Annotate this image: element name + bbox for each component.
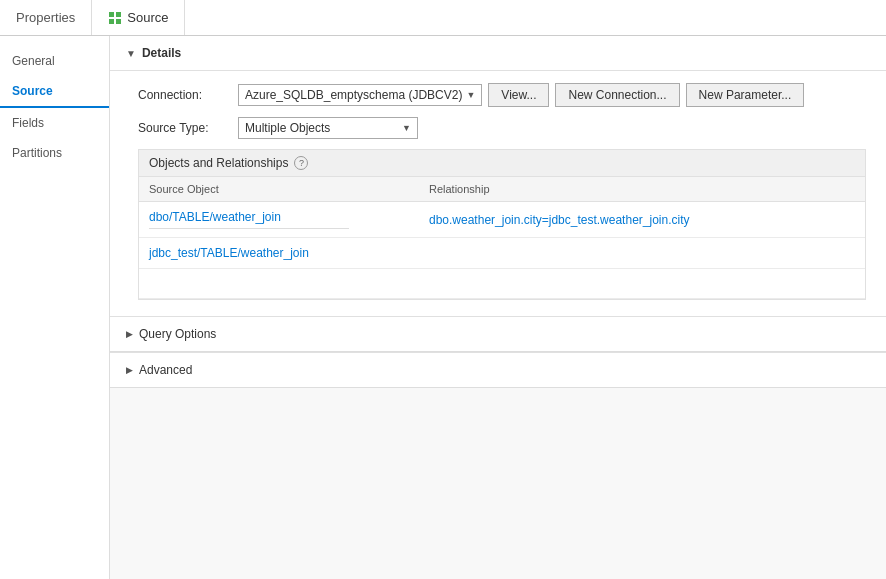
details-title: Details	[142, 46, 181, 60]
sidebar: General Source Fields Partitions	[0, 36, 110, 579]
source-type-row: Source Type: Multiple Objects ▼	[138, 117, 866, 139]
advanced-section: ▶ Advanced	[110, 352, 886, 388]
row-underline-1	[149, 228, 349, 229]
main-layout: General Source Fields Partitions Details…	[0, 36, 886, 579]
details-arrow	[126, 48, 136, 59]
properties-label: Properties	[16, 10, 75, 25]
advanced-title: Advanced	[139, 363, 192, 377]
tab-properties[interactable]: Properties	[0, 0, 92, 35]
svg-rect-3	[116, 19, 121, 24]
connection-dropdown-arrow: ▼	[466, 90, 475, 100]
table-row: jdbc_test/TABLE/weather_join	[139, 238, 865, 269]
details-section: Details Connection: Azure_SQLDB_emptysch…	[110, 36, 886, 316]
details-section-body: Connection: Azure_SQLDB_emptyschema (JDB…	[110, 71, 886, 316]
connection-row: Connection: Azure_SQLDB_emptyschema (JDB…	[138, 83, 866, 107]
source-object-cell-2: jdbc_test/TABLE/weather_join	[149, 246, 429, 260]
source-type-label: Source Type:	[138, 121, 238, 135]
sidebar-item-partitions[interactable]: Partitions	[0, 138, 109, 168]
tab-bar: Properties Source	[0, 0, 886, 36]
connection-controls: Azure_SQLDB_emptyschema (JDBCV2) ▼ View.…	[238, 83, 804, 107]
col-source-header: Source Object	[149, 183, 429, 195]
source-object-cell-1: dbo/TABLE/weather_join	[149, 210, 429, 229]
objects-table: Source Object Relationship dbo/TABLE/wea…	[139, 177, 865, 299]
query-options-section: ▶ Query Options	[110, 316, 886, 352]
source-type-dropdown-arrow: ▼	[402, 123, 411, 133]
advanced-section-header[interactable]: ▶ Advanced	[110, 353, 886, 387]
view-button[interactable]: View...	[488, 83, 549, 107]
objects-relationships-panel: Objects and Relationships ? Source Objec…	[138, 149, 866, 300]
source-icon	[108, 11, 122, 25]
new-connection-button[interactable]: New Connection...	[555, 83, 679, 107]
source-label: Source	[127, 10, 168, 25]
table-row: dbo/TABLE/weather_join dbo.weather_join.…	[139, 202, 865, 238]
source-object-link-1[interactable]: dbo/TABLE/weather_join	[149, 210, 281, 224]
objects-table-header: Source Object Relationship	[139, 177, 865, 202]
connection-value: Azure_SQLDB_emptyschema (JDBCV2)	[245, 88, 462, 102]
relationship-cell-1: dbo.weather_join.city=jdbc_test.weather_…	[429, 213, 855, 227]
svg-rect-0	[109, 12, 114, 17]
connection-select[interactable]: Azure_SQLDB_emptyschema (JDBCV2) ▼	[238, 84, 482, 106]
advanced-divider	[110, 387, 886, 388]
details-section-header[interactable]: Details	[110, 36, 886, 71]
help-icon[interactable]: ?	[294, 156, 308, 170]
query-options-header[interactable]: ▶ Query Options	[110, 317, 886, 351]
source-object-link-2[interactable]: jdbc_test/TABLE/weather_join	[149, 246, 309, 260]
empty-row	[139, 269, 865, 299]
tab-source[interactable]: Source	[92, 0, 185, 35]
source-type-select[interactable]: Multiple Objects ▼	[238, 117, 418, 139]
new-parameter-button[interactable]: New Parameter...	[686, 83, 805, 107]
content-area: Details Connection: Azure_SQLDB_emptysch…	[110, 36, 886, 579]
relationship-link-1[interactable]: dbo.weather_join.city=jdbc_test.weather_…	[429, 213, 689, 227]
query-options-arrow: ▶	[126, 329, 133, 339]
sidebar-item-fields[interactable]: Fields	[0, 108, 109, 138]
svg-rect-1	[116, 12, 121, 17]
advanced-arrow: ▶	[126, 365, 133, 375]
col-relationship-header: Relationship	[429, 183, 855, 195]
source-type-controls: Multiple Objects ▼	[238, 117, 418, 139]
objects-panel-title: Objects and Relationships	[149, 156, 288, 170]
connection-label: Connection:	[138, 88, 238, 102]
query-options-title: Query Options	[139, 327, 216, 341]
objects-panel-header: Objects and Relationships ?	[139, 150, 865, 177]
sidebar-item-general[interactable]: General	[0, 46, 109, 76]
sidebar-item-source[interactable]: Source	[0, 76, 109, 108]
source-type-value: Multiple Objects	[245, 121, 398, 135]
svg-rect-2	[109, 19, 114, 24]
